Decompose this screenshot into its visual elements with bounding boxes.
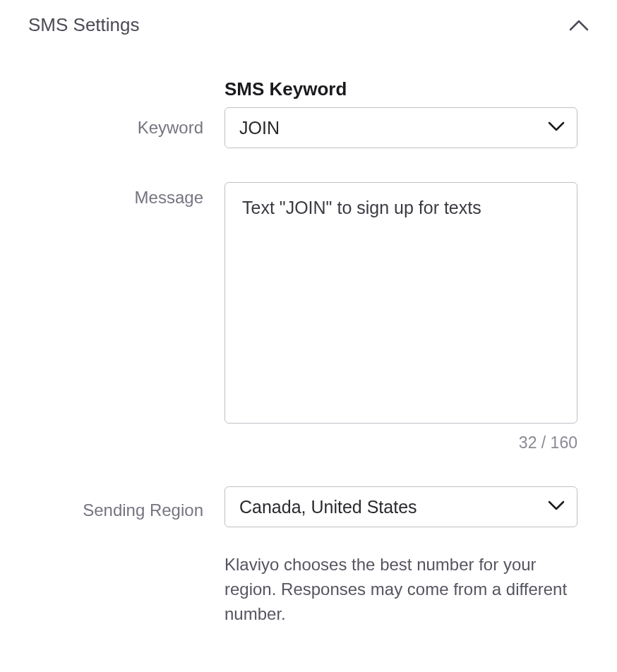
sending-region-select[interactable] [224, 486, 577, 527]
keyword-label: Keyword [138, 118, 203, 137]
sms-settings-header[interactable]: SMS Settings [28, 14, 589, 36]
message-label: Message [135, 188, 203, 207]
sms-keyword-field-label: SMS Keyword [224, 78, 577, 100]
message-textarea[interactable]: Text "JOIN" to sign up for texts [224, 182, 577, 424]
keyword-select[interactable] [224, 107, 577, 148]
sending-region-label: Sending Region [83, 500, 203, 520]
section-title: SMS Settings [28, 14, 140, 36]
char-count: 32 / 160 [224, 433, 577, 452]
region-help-text: Klaviyo chooses the best number for your… [224, 553, 577, 626]
chevron-up-icon [569, 16, 589, 35]
